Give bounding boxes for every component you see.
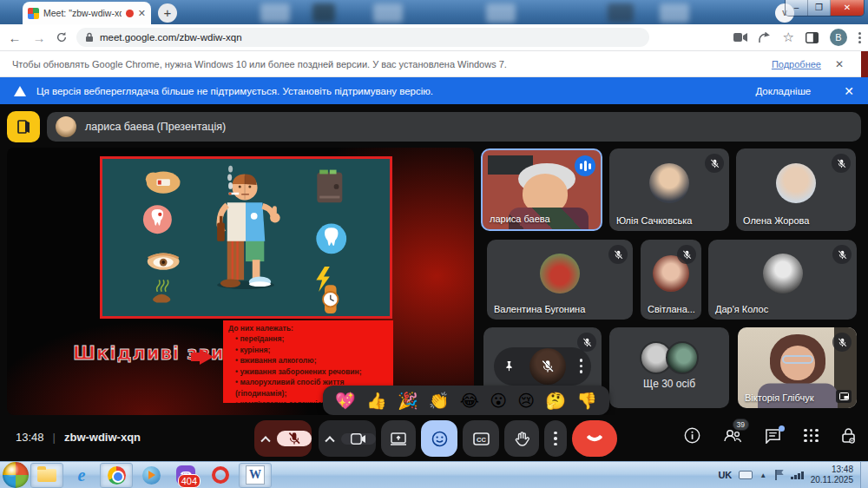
infobar-details-link[interactable]: Подробнее	[772, 59, 821, 69]
taskbar-clock[interactable]: 13:48 20.11.2025	[811, 465, 858, 486]
action-center-flag-icon[interactable]	[773, 470, 784, 480]
participant-name: Валентина Бугонина	[494, 304, 585, 314]
host-controls-lock-icon[interactable]	[841, 427, 856, 444]
pin-icon[interactable]	[503, 359, 516, 373]
reactions-bar: 💖 👍 🎉 👏 😂 😮 😢 🤔 👎	[323, 386, 609, 415]
slide-list-item: уживання заборонених речовин;	[235, 366, 388, 377]
presenter-banner[interactable]: лариса баева (Презентація)	[47, 112, 861, 142]
mic-button-group	[254, 420, 312, 457]
chat-icon[interactable]	[765, 428, 781, 444]
taskbar-viber[interactable]: ☎404	[169, 463, 202, 488]
back-button[interactable]: ←	[7, 30, 23, 45]
hidden-icons-button[interactable]: ▲	[760, 472, 766, 479]
tile-hover-controls	[494, 347, 591, 386]
picture-in-picture-icon[interactable]	[836, 390, 852, 403]
slide-list-item: куріння;	[235, 345, 388, 355]
window-controls: – ❐ ✕	[785, 0, 865, 16]
url-text: meet.google.com/zbw-wdiw-xqn	[100, 32, 242, 43]
infobar-close-button[interactable]: ✕	[835, 58, 844, 70]
lock-icon	[85, 32, 94, 43]
taskbar-chrome-active[interactable]	[100, 463, 133, 488]
participant-tile-larysa-baeva[interactable]: лариса баева	[481, 148, 602, 231]
window-minimize-button[interactable]: –	[786, 0, 808, 16]
more-options-button[interactable]	[544, 420, 567, 457]
keyboard-icon[interactable]	[739, 471, 753, 479]
browser-menu-icon[interactable]	[858, 32, 861, 43]
start-button[interactable]	[3, 462, 29, 488]
reaction-crying-icon[interactable]: 😢	[517, 392, 535, 409]
profile-avatar[interactable]: B	[830, 29, 847, 46]
end-call-button[interactable]	[572, 420, 617, 457]
presentation-stage[interactable]: Шкідливі звички До них належать: переїда…	[7, 148, 474, 415]
reaction-sparkling-heart-icon[interactable]: 💖	[335, 392, 356, 409]
bookmark-star-icon[interactable]: ☆	[783, 30, 794, 45]
reaction-clapping-hands-icon[interactable]: 👏	[429, 392, 450, 409]
reaction-thumbs-down-icon[interactable]: 👎	[576, 392, 597, 409]
empty-wallet-icon	[317, 170, 342, 203]
tile-more-options-icon[interactable]	[580, 359, 583, 373]
reactions-button-active[interactable]	[421, 420, 457, 457]
address-bar[interactable]: meet.google.com/zbw-wdiw-xqn	[76, 28, 649, 47]
camera-in-use-icon[interactable]	[733, 32, 747, 43]
language-indicator[interactable]: UK	[718, 470, 732, 480]
side-panel-icon[interactable]	[806, 32, 819, 43]
reaction-thumbs-up-icon[interactable]: 👍	[366, 392, 387, 409]
new-tab-button[interactable]: +	[158, 3, 177, 23]
participant-tile-olena-zhorova[interactable]: Олена Жорова	[736, 148, 856, 231]
raise-hand-button[interactable]	[504, 420, 539, 457]
mic-muted-button[interactable]	[277, 431, 312, 446]
presenter-avatar	[56, 116, 76, 137]
show-desktop-button[interactable]	[860, 462, 868, 488]
refresh-button[interactable]	[56, 31, 68, 43]
ghost-window-icon	[660, 3, 689, 23]
taskbar-internet-explorer[interactable]: e	[65, 463, 98, 488]
banner-details-link[interactable]: Докладніше	[755, 86, 811, 96]
window-close-button[interactable]: ✕	[831, 0, 864, 16]
system-tray: UK ▲ 13:48 20.11.2025	[718, 465, 860, 486]
share-icon[interactable]	[759, 32, 772, 43]
meeting-time: 13:48	[16, 431, 44, 444]
meeting-control-bar: 13:48 | zbw-wdiw-xqn	[0, 415, 868, 461]
camera-options-chevron[interactable]	[319, 435, 341, 442]
taskbar-word[interactable]: W	[239, 463, 272, 488]
captions-button[interactable]: CC	[463, 420, 499, 457]
participant-mic-muted-icon	[529, 348, 566, 385]
mic-muted-icon	[677, 245, 696, 264]
participant-tile-svitlana[interactable]: Світлана...	[641, 240, 701, 320]
reaction-party-popper-icon[interactable]: 🎉	[398, 392, 418, 409]
tray-time: 13:48	[811, 465, 853, 476]
participant-name: Юлія Сачковська	[616, 215, 692, 226]
tab-close-button[interactable]: ✕	[138, 8, 146, 19]
avatar	[763, 254, 803, 293]
participant-tile-yuliya-sachkovska[interactable]: Юлія Сачковська	[609, 148, 729, 231]
mic-muted-icon	[705, 154, 724, 173]
banner-close-button[interactable]: ✕	[844, 84, 854, 98]
reaction-thinking-icon[interactable]: 🤔	[545, 392, 566, 409]
forward-button[interactable]: →	[31, 30, 47, 45]
participant-tile-darya-kolos[interactable]: Дар'я Колос	[708, 240, 857, 320]
activities-grid-icon[interactable]	[804, 429, 819, 443]
reaction-astonished-icon[interactable]: 😮	[490, 392, 507, 409]
browser-tab-meet[interactable]: Meet: "zbw-wdiw-xqn" ✕	[23, 2, 151, 24]
meeting-details-icon[interactable]	[684, 427, 700, 444]
participant-tile-valentyna-bugonyna[interactable]: Валентина Бугонина	[487, 240, 633, 320]
taskbar-explorer[interactable]	[30, 463, 63, 488]
present-screen-button[interactable]	[381, 420, 416, 457]
network-signal-icon[interactable]	[791, 472, 804, 479]
mic-options-chevron[interactable]	[254, 435, 277, 442]
people-icon[interactable]: 39	[723, 428, 742, 443]
participant-tile-viktoriya-glibchuk[interactable]: Вікторія Глібчук	[738, 327, 857, 408]
reaction-joy-icon[interactable]: 😂	[460, 392, 479, 409]
door-icon[interactable]	[7, 111, 40, 142]
slide-list-header: До них належать:	[228, 323, 388, 333]
taskbar-opera[interactable]	[204, 463, 237, 488]
more-participants-label: Ще 30 осіб	[609, 378, 729, 390]
infobar-message: Чтобы обновлять Google Chrome, нужна Win…	[12, 59, 507, 69]
avatar	[540, 254, 580, 293]
taskbar-media-player[interactable]	[135, 463, 168, 488]
recording-dot-icon	[126, 10, 134, 17]
window-maximize-button[interactable]: ❐	[808, 0, 831, 16]
camera-button[interactable]	[341, 433, 376, 445]
toolbar-right: ☆ B	[733, 29, 861, 46]
more-participants-tile[interactable]: Ще 30 осіб	[609, 327, 729, 408]
